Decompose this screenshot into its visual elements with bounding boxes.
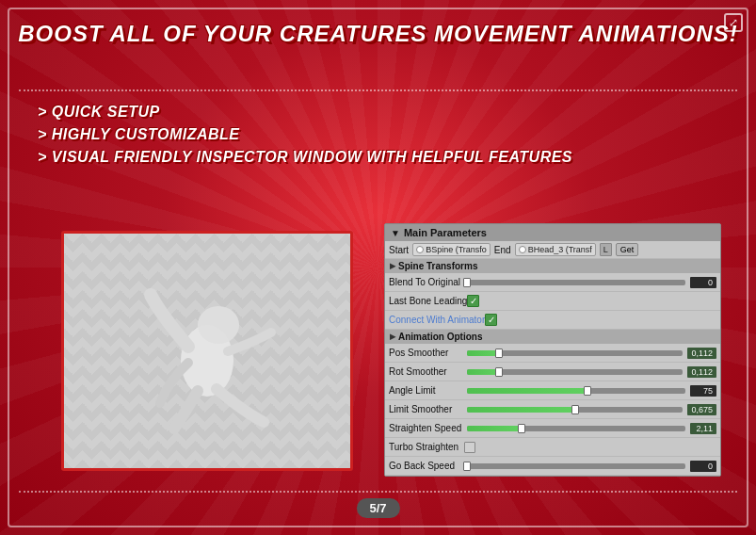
pos-smoother-value: 0,112 — [687, 348, 716, 359]
preview-box — [61, 231, 353, 471]
expand-icon[interactable] — [724, 13, 743, 32]
start-field-value: BSpine (Transfo — [426, 245, 487, 254]
spine-section-header[interactable]: ▶ Spine Transforms — [385, 259, 720, 273]
feature-item-2: > HIGHLY CUSTOMIZABLE — [38, 126, 572, 143]
end-field[interactable]: BHead_3 (Transf — [515, 243, 596, 256]
limit-smoother-slider[interactable] — [467, 407, 683, 413]
go-back-speed-label: Go Back Speed — [389, 461, 464, 471]
get-button[interactable]: Get — [616, 243, 639, 256]
straighten-speed-value: 2,11 — [690, 423, 716, 434]
blend-row: Blend To Original 0 — [385, 273, 720, 292]
angle-limit-row: Angle Limit 75 — [385, 381, 720, 400]
pos-smoother-slider[interactable] — [467, 350, 683, 356]
connect-row: Connect With Animator — [385, 311, 720, 330]
start-end-row: Start BSpine (Transfo End BHead_3 (Trans… — [385, 241, 720, 259]
limit-smoother-row: Limit Smoother 0,675 — [385, 400, 720, 419]
rot-smoother-slider[interactable] — [467, 369, 683, 375]
connect-checkbox[interactable] — [485, 314, 497, 326]
blend-label: Blend To Original — [389, 277, 464, 287]
feature-item-1: > QUICK SETUP — [38, 104, 572, 121]
angle-limit-label: Angle Limit — [389, 385, 464, 396]
turbo-straighten-row: Turbo Straighten — [385, 438, 720, 457]
last-bone-label: Last Bone Leading — [389, 296, 467, 306]
animation-arrow-icon: ▶ — [390, 332, 395, 341]
l-button[interactable]: L — [600, 243, 612, 256]
end-field-value: BHead_3 (Transf — [528, 245, 592, 254]
page-indicator: 5/7 — [356, 498, 399, 518]
end-radio[interactable] — [519, 246, 526, 253]
go-back-speed-content: 0 — [464, 461, 716, 472]
dotted-line-top — [19, 89, 737, 91]
straighten-speed-label: Straighten Speed — [389, 423, 464, 433]
dotted-line-bottom — [19, 491, 737, 493]
go-back-speed-value: 0 — [690, 461, 716, 472]
pos-smoother-row: Pos Smoother 0,112 — [385, 344, 720, 363]
start-label: Start — [389, 245, 409, 255]
panel-header: ▼ Main Parameters — [385, 224, 720, 241]
start-field[interactable]: BSpine (Transfo — [412, 243, 491, 256]
turbo-straighten-label: Turbo Straighten — [389, 442, 464, 452]
rot-smoother-label: Rot Smoother — [389, 366, 464, 377]
creature-svg — [132, 257, 282, 446]
limit-smoother-label: Limit Smoother — [389, 404, 464, 414]
animation-section-label: Animation Options — [398, 332, 482, 342]
start-radio[interactable] — [416, 246, 424, 253]
panel-header-icon: ▼ — [391, 228, 400, 238]
inspector-panel: ▼ Main Parameters Start BSpine (Transfo … — [384, 223, 721, 477]
end-label: End — [494, 245, 511, 255]
last-bone-row: Last Bone Leading — [385, 292, 720, 311]
last-bone-checkbox[interactable] — [467, 295, 479, 307]
rot-smoother-content: 0,112 — [464, 366, 716, 378]
angle-limit-slider[interactable] — [467, 388, 685, 394]
spine-section-label: Spine Transforms — [398, 261, 477, 271]
angle-limit-value: 75 — [690, 385, 716, 397]
panel-header-title: Main Parameters — [404, 227, 487, 238]
pos-smoother-content: 0,112 — [464, 348, 716, 359]
turbo-straighten-checkbox[interactable] — [464, 442, 475, 453]
main-title: BOOST ALL OF YOUR CREATURES MOVEMENT ANI… — [0, 21, 756, 47]
angle-limit-content: 75 — [464, 385, 716, 397]
blend-slider[interactable] — [467, 280, 685, 285]
straighten-speed-row: Straighten Speed 2,11 — [385, 419, 720, 438]
feature-item-3: > VISUAL FRIENDLY INSPECTOR WINDOW WITH … — [38, 149, 572, 166]
straighten-speed-content: 2,11 — [464, 423, 716, 434]
go-back-speed-row: Go Back Speed 0 — [385, 457, 720, 476]
limit-smoother-value: 0,675 — [687, 404, 716, 415]
blend-content: 0 — [464, 277, 716, 288]
blend-value: 0 — [690, 277, 716, 288]
animation-section-header[interactable]: ▶ Animation Options — [385, 330, 720, 344]
preview-inner — [64, 234, 350, 468]
feature-list: > QUICK SETUP > HIGHLY CUSTOMIZABLE > VI… — [38, 104, 572, 171]
last-bone-content — [467, 295, 716, 307]
limit-smoother-content: 0,675 — [464, 404, 716, 415]
spine-arrow-icon: ▶ — [390, 262, 395, 270]
straighten-speed-slider[interactable] — [467, 426, 685, 431]
go-back-speed-slider[interactable] — [467, 463, 685, 469]
turbo-straighten-content — [464, 442, 716, 453]
connect-content — [485, 314, 716, 326]
rot-smoother-row: Rot Smoother 0,112 — [385, 363, 720, 381]
svg-point-1 — [198, 306, 239, 344]
pos-smoother-label: Pos Smoother — [389, 348, 464, 358]
connect-label[interactable]: Connect With Animator — [389, 315, 485, 325]
rot-smoother-value: 0,112 — [687, 366, 716, 378]
